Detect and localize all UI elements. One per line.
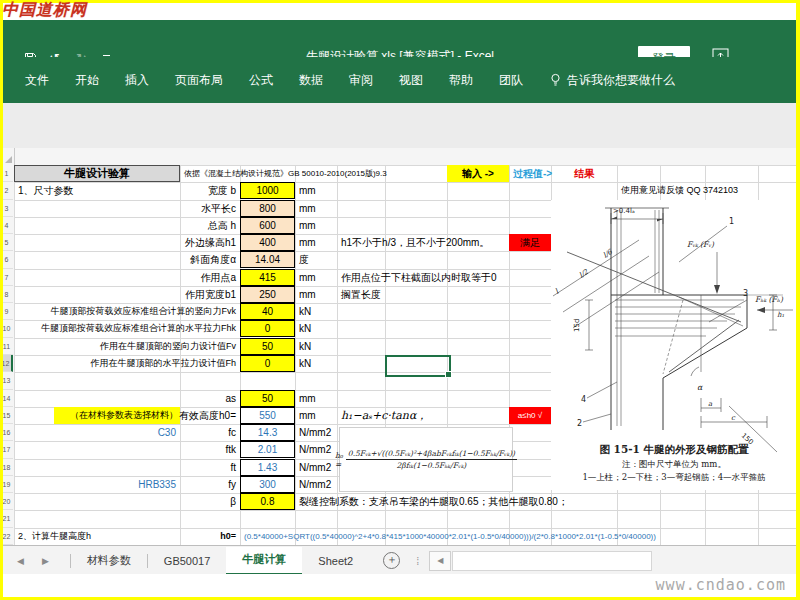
ribbon-tab-7[interactable]: 视图 [386, 57, 436, 103]
cell-D3[interactable]: mm [297, 200, 318, 217]
cell-E8[interactable]: 搁置长度 [339, 286, 383, 303]
cell-A10[interactable]: 牛腿顶部按荷载效应标准组合计算的水平拉力Fhk [39, 320, 238, 337]
cell-B3[interactable]: 水平长c [199, 200, 238, 217]
cell-A12[interactable]: 作用在牛腿顶部的水平拉力设计值Fh [88, 355, 238, 372]
cell-C7[interactable]: 415 [240, 269, 295, 286]
hscroll-track[interactable] [452, 551, 652, 571]
ribbon-tab-2[interactable]: 插入 [112, 57, 162, 103]
cell-D15[interactable]: mm [297, 407, 318, 424]
cell-D20[interactable]: 裂缝控制系数：支承吊车梁的牛腿取0.65；其他牛腿取0.80； [297, 493, 570, 510]
sheet-tab-2[interactable]: 牛腿计算 [226, 547, 302, 575]
cell-B5[interactable]: 外边缘高h1 [183, 234, 238, 251]
sheet-tab-3[interactable]: Sheet2 [302, 547, 369, 575]
cell-A1[interactable]: 牛腿设计验算 [14, 165, 180, 182]
ribbon-tab-9[interactable]: 团队 [486, 57, 536, 103]
cell-C4[interactable]: 600 [240, 217, 295, 234]
cell-A15[interactable]: （在材料参数表选择材料） [54, 407, 180, 424]
cell-D14[interactable]: mm [297, 390, 318, 407]
cell-C19[interactable]: 300 [240, 476, 295, 493]
cell-B7[interactable]: 作用点a [198, 269, 238, 286]
cell-H5[interactable]: 满足 [509, 234, 551, 251]
cell-D11[interactable]: kN [297, 338, 313, 355]
sheet-tab-1[interactable]: GB50017 [148, 547, 226, 575]
cell-E15[interactable]: h₁−aₛ+c·tanα， [339, 407, 429, 424]
new-sheet-button[interactable]: ＋ [383, 552, 400, 569]
cell-J2[interactable]: 使用意见请反馈 QQ 3742103 [619, 182, 740, 199]
cell-B19[interactable]: fy [226, 476, 238, 493]
cell-B22[interactable]: h0= [218, 528, 238, 545]
cell-A9[interactable]: 牛腿顶部按荷载效应标准组合计算的竖向力Fvk [49, 303, 239, 320]
cell-D17[interactable]: N/mm2 [297, 441, 333, 458]
figure-label-9: 15d [573, 319, 581, 332]
cell-B17[interactable]: ftk [223, 441, 238, 458]
cell-A22[interactable]: 2、计算牛腿高度h [16, 528, 93, 545]
sheet-tab-0[interactable]: 材料参数 [71, 547, 147, 575]
ribbon-tab-file[interactable]: 文件 [12, 57, 62, 103]
h0-equation-object: h₀ = 0.5Fᵥₖ+√((0.5Fᵥₖ)²+4βabFᵥₖfₜₖ(1−0.5… [339, 427, 513, 492]
cell-C22[interactable]: (0.5*40000+SQRT((0.5*40000)^2+4*0.8*415*… [242, 528, 658, 545]
cell-B8[interactable]: 作用宽度b1 [183, 286, 238, 303]
cell-D4[interactable]: mm [297, 217, 318, 234]
cell-B14[interactable]: as [223, 390, 238, 407]
cell-C20[interactable]: 0.8 [240, 493, 295, 510]
selection-box-F12[interactable] [385, 355, 451, 377]
cell-C8[interactable]: 250 [240, 286, 295, 303]
cell-E7[interactable]: 作用点位于下柱截面以内时取等于0 [339, 269, 499, 286]
cell-C10[interactable]: 0 [240, 320, 295, 337]
ribbon-tab-8[interactable]: 帮助 [436, 57, 486, 103]
cell-D5[interactable]: mm [297, 234, 318, 251]
cell-D9[interactable]: kN [297, 303, 313, 320]
cell-A2[interactable]: 1、尺寸参数 [16, 182, 76, 199]
figure-label-15: 4 [581, 395, 586, 404]
ribbon-tab-4[interactable]: 公式 [236, 57, 286, 103]
cell-C3[interactable]: 800 [240, 200, 295, 217]
cell-C6[interactable]: 14.04 [240, 251, 295, 268]
cell-D16[interactable]: N/mm2 [297, 424, 333, 441]
cell-E5[interactable]: h1不小于h/3，且不小于200mm。 [339, 234, 491, 251]
ribbon-tab-5[interactable]: 数据 [286, 57, 336, 103]
cell-C2[interactable]: 1000 [240, 182, 295, 199]
cell-C17[interactable]: 2.01 [240, 441, 295, 458]
cell-B6[interactable]: 斜面角度α [188, 251, 238, 268]
cell-B15[interactable]: 有效高度h0= [177, 407, 238, 424]
cell-B4[interactable]: 总高 h [206, 217, 238, 234]
cell-D8[interactable]: mm [297, 286, 318, 303]
tell-me-box[interactable]: 告诉我你想要做什么 [550, 72, 675, 89]
cell-B2[interactable]: 宽度 b [206, 182, 238, 199]
ribbon-tab-3[interactable]: 页面布局 [162, 57, 236, 103]
ribbon-tab-6[interactable]: 审阅 [336, 57, 386, 103]
cell-C16[interactable]: 14.3 [240, 424, 295, 441]
h0-equation-lhs: h₀ = [335, 451, 343, 469]
cell-B16[interactable]: fc [226, 424, 238, 441]
cell-A11[interactable]: 作用在牛腿顶部的竖向力设计值Fv [98, 338, 238, 355]
cell-D18[interactable]: N/mm2 [297, 459, 333, 476]
cell-I1[interactable]: 结果 [551, 165, 617, 182]
hscroll-left-icon[interactable]: ◀ [429, 551, 451, 571]
figure-caption-legend: 1—上柱；2—下柱；3—弯起钢筋；4—水平箍筋 [551, 472, 797, 484]
cell-D10[interactable]: kN [297, 320, 313, 337]
cell-C5[interactable]: 400 [240, 234, 295, 251]
figure-label-1: 1 [729, 217, 734, 226]
cell-A16[interactable]: C30 [156, 424, 178, 441]
cell-C14[interactable]: 50 [240, 390, 295, 407]
cell-D19[interactable]: N/mm2 [297, 476, 333, 493]
cell-D2[interactable]: mm [297, 182, 318, 199]
cell-B1[interactable]: 依据《混凝土结构设计规范》GB 50010-2010(2015版)9.3 [182, 165, 389, 182]
cell-H1[interactable]: 过程值-> [511, 165, 554, 182]
cell-D6[interactable]: 度 [297, 251, 311, 268]
cell-C11[interactable]: 50 [240, 338, 295, 355]
cell-B20[interactable]: β [228, 493, 238, 510]
cell-C18[interactable]: 1.43 [240, 459, 295, 476]
sheet-nav-left-icon[interactable]: ◀ [8, 556, 33, 566]
cell-H15[interactable]: a≤h0 √ [509, 407, 551, 424]
cell-C15[interactable]: 550 [240, 407, 295, 424]
cell-A19[interactable]: HRB335 [136, 476, 178, 493]
sheet-nav-right-icon[interactable]: ▶ [33, 556, 58, 566]
cell-D7[interactable]: mm [297, 269, 318, 286]
cell-C9[interactable]: 40 [240, 303, 295, 320]
cell-C12[interactable]: 0 [240, 355, 295, 372]
cell-G1[interactable]: 输入 -> [447, 165, 509, 182]
cell-B18[interactable]: ft [228, 459, 238, 476]
cell-D12[interactable]: kN [297, 355, 313, 372]
ribbon-tab-1[interactable]: 开始 [62, 57, 112, 103]
